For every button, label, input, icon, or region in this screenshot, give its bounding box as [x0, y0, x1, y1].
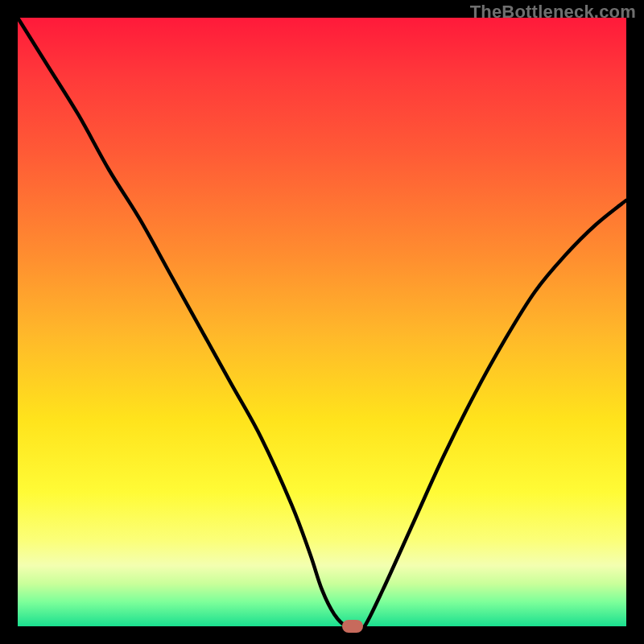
outer-black-frame: TheBottleneck.com — [0, 0, 644, 644]
bottleneck-curve — [18, 18, 626, 626]
plot-gradient-area — [18, 18, 626, 626]
optimum-marker — [342, 620, 363, 633]
